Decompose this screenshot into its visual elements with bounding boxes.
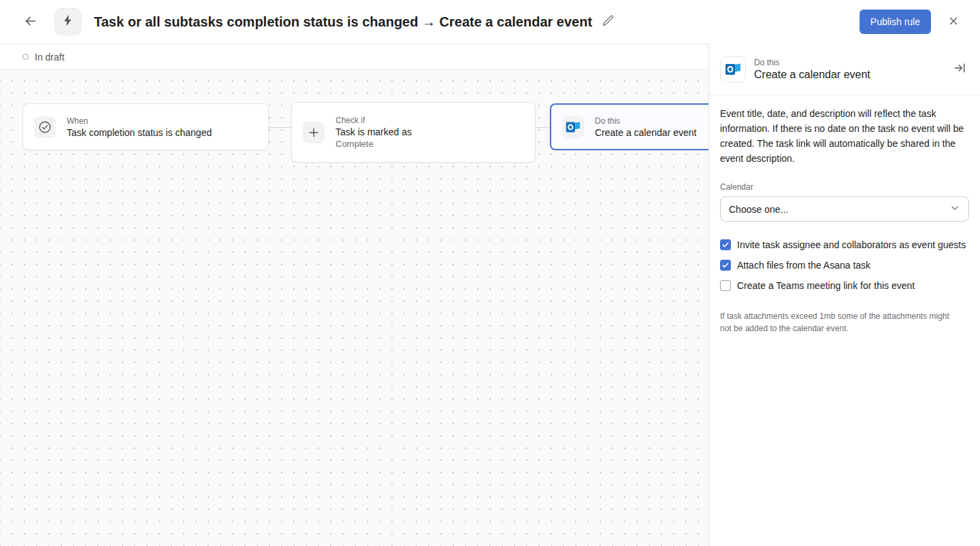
checkbox-attach-files[interactable]: Attach files from the Asana task xyxy=(720,260,969,271)
card-label: Check if xyxy=(336,116,412,125)
calendar-select-value: Choose one... xyxy=(729,204,788,215)
card-label: When xyxy=(67,116,212,126)
calendar-select[interactable]: Choose one... xyxy=(720,197,969,222)
card-title: Task completion status is changed xyxy=(67,127,212,138)
card-connector xyxy=(536,127,550,128)
publish-rule-button[interactable]: Publish rule xyxy=(860,10,931,34)
checkbox-teams-meeting-link[interactable]: Create a Teams meeting link for this eve… xyxy=(720,280,969,291)
chevron-down-icon xyxy=(949,203,960,216)
arrow-to-bar-icon xyxy=(953,61,966,77)
close-icon xyxy=(947,15,960,29)
panel-header: Do this Create a calendar event xyxy=(709,44,980,95)
action-settings-panel: Do this Create a calendar event Event ti… xyxy=(708,44,980,546)
pencil-icon xyxy=(602,14,615,29)
checkbox-box[interactable] xyxy=(720,239,731,250)
attachments-footnote: If task attachments exceed 1mb some of t… xyxy=(720,310,957,335)
action-card-do-this[interactable]: Do this Create a calendar event xyxy=(550,103,721,150)
outlook-calendar-icon xyxy=(562,116,584,138)
arrow-left-icon xyxy=(23,14,38,31)
options-checkbox-group: Invite task assignee and collaborators a… xyxy=(720,239,969,291)
draft-status-icon xyxy=(22,54,29,60)
outlook-calendar-icon xyxy=(720,56,746,82)
lightning-bolt-icon xyxy=(61,14,75,30)
checkbox-label: Create a Teams meeting link for this eve… xyxy=(737,280,915,291)
topbar-divider xyxy=(0,44,708,44)
rule-canvas: When Task completion status is changed C… xyxy=(0,71,708,546)
collapse-panel-button[interactable] xyxy=(950,58,969,80)
checkbox-label: Invite task assignee and collaborators a… xyxy=(737,239,966,250)
card-label: Do this xyxy=(595,116,696,126)
card-title: Create a calendar event xyxy=(595,127,696,138)
card-connector xyxy=(269,127,291,128)
checkbox-label: Attach files from the Asana task xyxy=(737,260,870,271)
back-button[interactable] xyxy=(20,11,41,33)
condition-card-check-if[interactable]: Check if Task is marked as Complete xyxy=(291,102,536,163)
panel-body: Event title, date, and description will … xyxy=(709,95,980,345)
page-title: Task or all subtasks completion status i… xyxy=(94,14,592,30)
card-subtitle: Complete xyxy=(336,139,412,149)
status-bar: In draft xyxy=(0,44,708,70)
checkbox-box[interactable] xyxy=(720,280,731,291)
top-bar: Task or all subtasks completion status i… xyxy=(0,0,980,44)
panel-step-label: Do this xyxy=(754,58,942,67)
draft-status-label: In draft xyxy=(35,52,65,63)
close-button[interactable] xyxy=(945,12,962,32)
rule-icon-box xyxy=(54,8,82,35)
panel-title: Create a calendar event xyxy=(754,69,942,81)
trigger-card-when[interactable]: When Task completion status is changed xyxy=(22,103,269,150)
checkbox-invite-guests[interactable]: Invite task assignee and collaborators a… xyxy=(720,239,969,250)
card-title: Task is marked as xyxy=(336,126,412,137)
action-description: Event title, date, and description will … xyxy=(720,106,969,166)
plus-icon xyxy=(303,122,325,143)
edit-title-button[interactable] xyxy=(599,12,617,32)
calendar-field-label: Calendar xyxy=(720,182,969,192)
checkbox-box[interactable] xyxy=(720,260,731,271)
check-circle-icon xyxy=(34,116,56,138)
